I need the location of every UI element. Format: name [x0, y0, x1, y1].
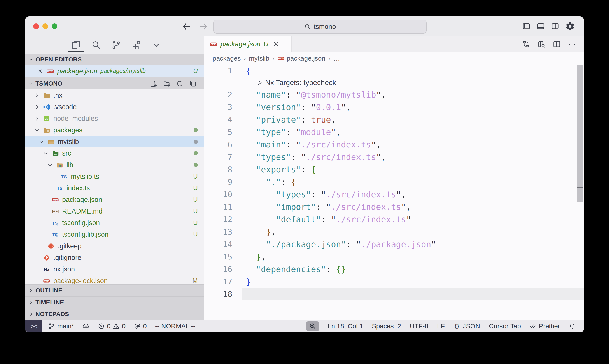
sidebar: OPEN EDITORS npm package.json packages/m…: [25, 36, 204, 320]
tree-item-package-lock.json[interactable]: npm package-lock.json M: [25, 275, 204, 284]
collapse-all-icon[interactable]: [189, 80, 197, 88]
code-editor[interactable]: 1 { Nx Targets: typecheck 2 "name": "@ts…: [204, 65, 584, 320]
code-line-17: 17 }: [204, 275, 584, 288]
activity-source-control[interactable]: [110, 37, 122, 53]
tree-item-.nx[interactable]: .nx: [25, 90, 204, 101]
tree-item-label: .vscode: [53, 103, 77, 111]
zoom-in-icon[interactable]: [306, 321, 319, 331]
status-item-right-4[interactable]: LF: [437, 323, 445, 330]
editor-area: npm package.json U packages›mytslib›npmp…: [204, 36, 584, 320]
tree-item-nx.json[interactable]: Nx nx.json: [25, 263, 204, 275]
lib-folder-icon: [56, 161, 64, 169]
status-item-right-8[interactable]: [569, 323, 576, 330]
history-nav: [181, 22, 208, 31]
tree-item-label: .nx: [53, 91, 62, 99]
new-file-icon[interactable]: [150, 80, 157, 88]
tree-item-package.json[interactable]: npm package.json U: [25, 194, 204, 205]
open-editor-item[interactable]: npm package.json packages/mytslib U: [25, 65, 204, 77]
status-item-right-6[interactable]: Cursor Tab: [489, 323, 521, 330]
section-notepads[interactable]: NOTEPADS: [25, 308, 204, 320]
codelens-nx-targets[interactable]: Nx Targets: typecheck: [204, 77, 584, 88]
section-outline[interactable]: OUTLINE: [25, 284, 204, 296]
src-folder-icon: </>: [52, 150, 59, 157]
status-item-right-3[interactable]: UTF-8: [410, 323, 428, 330]
layout-sidebar-icon[interactable]: [522, 22, 531, 31]
tree-item-packages[interactable]: packages: [25, 124, 204, 136]
tree-item-.gitignore[interactable]: .gitignore: [25, 252, 204, 263]
command-center-search[interactable]: tsmono: [213, 20, 427, 34]
refresh-icon[interactable]: [176, 80, 184, 88]
tree-item-.gitkeep[interactable]: .gitkeep: [25, 240, 204, 252]
project-section-header[interactable]: TSMONO: [25, 77, 204, 90]
tree-item-index.ts[interactable]: TS index.ts U: [25, 182, 204, 194]
line-number: 7: [204, 153, 232, 161]
split-editor-icon[interactable]: [553, 40, 561, 48]
close-icon[interactable]: [37, 68, 43, 74]
more-actions-icon[interactable]: [568, 40, 576, 48]
scrollbar-thumb[interactable]: [577, 65, 583, 202]
chevron-down-icon: [34, 127, 40, 133]
close-window-button[interactable]: [33, 23, 39, 29]
tree-item-node_modules[interactable]: JS node_modules: [25, 113, 204, 124]
status-item-right-2[interactable]: Spaces: 2: [372, 323, 401, 330]
minimize-window-button[interactable]: [42, 23, 48, 29]
status-item-right-5[interactable]: {}JSON: [454, 323, 480, 330]
status-item-right-7[interactable]: Prettier: [530, 323, 560, 330]
code-line-3: 3 "version": "0.0.1",: [204, 101, 584, 113]
open-editors-header[interactable]: OPEN EDITORS: [25, 53, 204, 65]
close-icon[interactable]: [273, 41, 279, 48]
forward-icon[interactable]: [199, 22, 208, 31]
svg-text:Nx: Nx: [44, 267, 49, 272]
search-value: tsmono: [314, 23, 336, 31]
activity-extensions[interactable]: [130, 37, 143, 53]
git-status-badge: U: [193, 67, 198, 75]
status-item-left-0[interactable]: main*: [48, 323, 74, 330]
status-item-left-4[interactable]: -- NORMAL --: [155, 323, 195, 330]
tree-item-mytslib[interactable]: mytslib: [25, 136, 204, 147]
npm-icon: npm: [46, 67, 54, 75]
new-folder-icon[interactable]: [163, 80, 171, 88]
tree-item-tsconfig.json[interactable]: TS tsconfig.json U: [25, 217, 204, 229]
section-timeline[interactable]: TIMELINE: [25, 296, 204, 308]
breadcrumb-item[interactable]: …: [334, 55, 340, 62]
compare-changes-icon[interactable]: [522, 40, 530, 48]
tree-item-mytslib.ts[interactable]: TS mytslib.ts U: [25, 171, 204, 182]
tab-title: package.json: [220, 40, 260, 48]
breadcrumb-item[interactable]: mytslib: [249, 55, 269, 62]
tree-item-.vscode[interactable]: .vscode: [25, 101, 204, 113]
remote-indicator[interactable]: ><: [25, 320, 42, 333]
search-icon: [304, 23, 311, 30]
settings-gear-icon[interactable]: [565, 21, 575, 31]
activity-more-views[interactable]: [150, 37, 163, 53]
layout-sidebar-right-icon[interactable]: [551, 22, 559, 31]
broadcast-icon: [134, 323, 141, 330]
traffic-lights: [33, 23, 57, 29]
tree-item-tsconfig.lib.json[interactable]: TS tsconfig.lib.json U: [25, 229, 204, 240]
breadcrumb-item[interactable]: npmpackage.json: [277, 55, 325, 62]
preview-search-icon[interactable]: [537, 40, 545, 48]
titlebar: tsmono: [25, 16, 584, 36]
git-branch-big-icon: [111, 40, 121, 50]
tree-item-src[interactable]: </> src: [25, 147, 204, 159]
status-item-left-2[interactable]: 00: [98, 323, 126, 330]
status-item-right-1[interactable]: Ln 18, Col 1: [328, 323, 363, 330]
zoom-window-button[interactable]: [52, 23, 57, 29]
status-item-right-0[interactable]: [306, 321, 319, 331]
breadcrumb-item[interactable]: packages: [213, 55, 241, 62]
layout-panel-icon[interactable]: [536, 22, 545, 31]
line-number: 11: [204, 202, 232, 211]
activity-search[interactable]: [90, 37, 102, 53]
status-item-left-3[interactable]: 0: [134, 323, 147, 330]
tab-package-json[interactable]: npm package.json U: [204, 36, 292, 52]
tree-item-lib[interactable]: lib: [25, 159, 204, 171]
tree-item-README.md[interactable]: README.md U: [25, 205, 204, 217]
line-number: 5: [204, 128, 232, 136]
activity-explorer[interactable]: [70, 37, 82, 53]
status-item-left-1[interactable]: [82, 323, 90, 330]
line-number: 12: [204, 215, 232, 224]
tree-item-label: node_modules: [53, 115, 98, 122]
code-line-10: 10 "types": "./src/index.ts",: [204, 188, 584, 201]
back-icon[interactable]: [181, 22, 191, 31]
code-line-12: 12 "default": "./src/index.ts": [204, 213, 584, 225]
line-number: 2: [204, 90, 232, 99]
